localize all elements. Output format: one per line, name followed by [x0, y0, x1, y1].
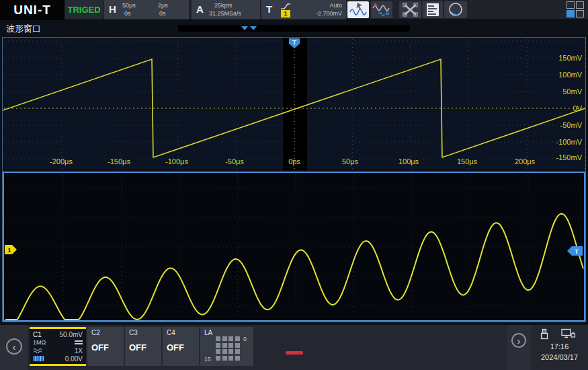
system-status-button[interactable]: 17:16 2024/03/17: [531, 325, 588, 370]
trigger-level-marker[interactable]: T: [567, 246, 583, 256]
chevron-right-icon: ›: [517, 335, 521, 346]
layout-cell: [566, 1, 575, 9]
h-main-offset: 0s: [124, 10, 131, 17]
la-channel-cell: [228, 343, 233, 348]
h-label: H: [109, 3, 116, 15]
search-icon: [444, 1, 467, 18]
la-name: LA: [204, 329, 212, 336]
trigger-level: -2.700mV: [316, 10, 342, 17]
timebase-scrollbar[interactable]: [178, 25, 410, 32]
wave-ab-icon: A B: [371, 1, 392, 18]
svg-text:A: A: [374, 3, 377, 7]
c1-offset: 0.00V: [65, 355, 83, 363]
acquire-settings-button[interactable]: A 25kpts 31.25MSa/s: [192, 0, 260, 20]
trigger-settings-button[interactable]: T 1 Auto -2.700mV: [261, 0, 346, 20]
c1-probe: 1X: [75, 347, 83, 355]
la-channel-cell: [235, 336, 240, 341]
oscilloscope-screen: UNI-T TRIGED H 50μs 0s 2μs 0s A 25kpts 3…: [0, 0, 588, 370]
bandwidth-badge: [33, 356, 44, 361]
horizontal-settings-button[interactable]: H 50μs 0s 2μs 0s: [104, 0, 189, 20]
list-view-button[interactable]: [423, 1, 443, 18]
xy-mode-button[interactable]: [399, 1, 421, 18]
la-channel-cell: [228, 356, 233, 361]
layout-cell: [576, 1, 584, 9]
svg-text:B: B: [386, 11, 389, 15]
zoom-position-indicator[interactable]: [250, 26, 257, 30]
usb-drive-icon: [539, 328, 550, 340]
c1-name: C1: [33, 331, 42, 338]
scroll-left-section: ‹: [0, 325, 28, 370]
logic-analyzer-panel[interactable]: LA 0 15: [200, 327, 253, 366]
svg-text:1: 1: [7, 247, 11, 254]
voltage-label: 150mV: [558, 54, 582, 62]
signal-wave-icon: [33, 348, 42, 353]
channel2-panel[interactable]: C2 OFF: [87, 327, 124, 366]
rising-edge-icon: [280, 2, 291, 10]
window-layout-button[interactable]: [566, 1, 584, 18]
trigger-status-badge: TRIGED: [65, 0, 103, 20]
voltage-label: -100mV: [556, 138, 582, 146]
next-panel-button[interactable]: ›: [511, 333, 526, 348]
la-channel-grid: [216, 336, 240, 361]
la-channel-cell: [216, 343, 220, 348]
time-label: 200μs: [515, 157, 535, 165]
c4-name: C4: [167, 329, 199, 336]
la-channel-cell: [228, 349, 233, 354]
waveform-display: T 150mV100mV50mV0V-50mV-100mV-150mV -200…: [2, 37, 586, 322]
channel3-panel[interactable]: C3 OFF: [125, 327, 161, 366]
scroll-right-section: ›: [507, 325, 531, 370]
voltage-labels: 150mV100mV50mV0V-50mV-100mV-150mV: [538, 38, 585, 170]
layout-cell: [576, 10, 584, 17]
svg-text:T: T: [292, 39, 296, 46]
cursor-tool-button[interactable]: [347, 1, 369, 18]
time-label: -200μs: [50, 157, 73, 165]
c3-name: C3: [129, 329, 161, 336]
main-waveform-window[interactable]: T 150mV100mV50mV0V-50mV-100mV-150mV -200…: [3, 38, 585, 170]
la-channel-cell: [228, 336, 233, 341]
a-depth: 25kpts: [214, 2, 233, 9]
time-label: 100μs: [398, 157, 419, 165]
chevron-left-icon: ‹: [13, 341, 16, 353]
time-label: 0ps: [288, 157, 300, 165]
zoom-window-band[interactable]: [283, 38, 307, 170]
channel1-level-marker[interactable]: 1: [5, 245, 17, 254]
la-channel-cell: [235, 349, 240, 354]
zoom-waveform-trace: [5, 214, 583, 320]
la-channel-cell: [235, 356, 240, 361]
trigger-position-indicator[interactable]: [241, 26, 248, 30]
zoom-waveform-window[interactable]: 1T: [3, 172, 585, 322]
la-channel-cell: [216, 336, 220, 341]
c2-name: C2: [91, 329, 124, 336]
channel-status-bar: ‹ C1 50.0mV 1MΩ 1X 0.00V: [0, 325, 588, 370]
prev-panel-button[interactable]: ‹: [6, 338, 22, 355]
search-tool-button[interactable]: [444, 1, 467, 18]
voltage-label: 50mV: [562, 87, 582, 96]
voltage-label: -50mV: [560, 121, 582, 129]
menu-indicator: [286, 351, 303, 355]
c1-impedance: 1MΩ: [33, 339, 46, 346]
t-label: T: [266, 3, 272, 15]
channel4-panel[interactable]: C4 OFF: [163, 327, 199, 366]
la-channel-cell: [216, 356, 220, 361]
dc-coupling-icon: [75, 340, 83, 344]
clock-date: 2024/03/17: [531, 353, 588, 361]
la-channel-cell: [235, 343, 240, 348]
top-status-bar: UNI-T TRIGED H 50μs 0s 2μs 0s A 25kpts 3…: [0, 0, 588, 20]
la-channel-cell: [222, 356, 227, 361]
channel1-panel[interactable]: C1 50.0mV 1MΩ 1X 0.00V: [30, 327, 86, 366]
lan-monitor-icon: [561, 328, 576, 340]
zoom-wave-tool-button[interactable]: A B: [371, 1, 392, 18]
list-icon: [423, 1, 443, 18]
window-title-row: 波形窗口: [0, 20, 588, 36]
svg-text:T: T: [575, 248, 579, 255]
cursor-waveform-icon: [347, 1, 369, 18]
c3-state: OFF: [129, 342, 161, 353]
time-labels: -200μs-150μs-100μs-50μs0ps50μs100μs150μs…: [3, 157, 585, 168]
h-zoom-offset: 0s: [159, 10, 166, 17]
voltage-label: 100mV: [558, 71, 582, 79]
la-d15-label: 15: [204, 356, 211, 363]
layout-cell-active: [566, 10, 575, 17]
la-channel-cell: [222, 343, 227, 348]
la-channel-cell: [222, 336, 227, 341]
a-rate: 31.25MSa/s: [209, 10, 241, 17]
